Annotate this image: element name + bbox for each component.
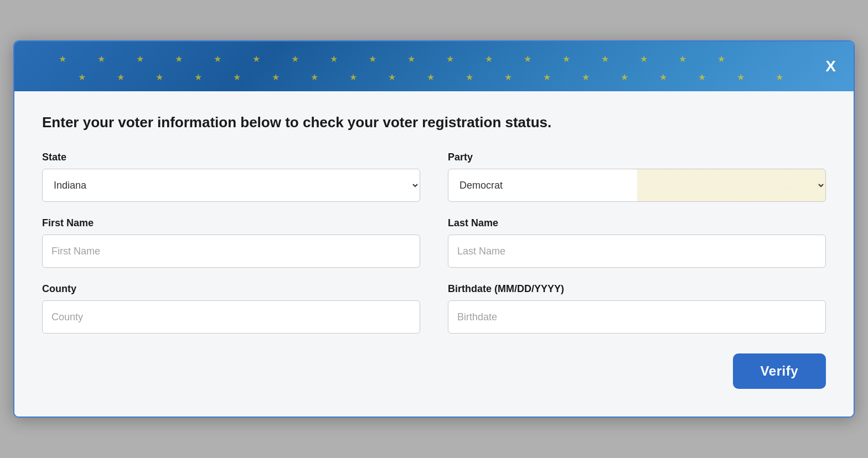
star-icon: ★ [311, 72, 318, 82]
star-icon: ★ [349, 72, 357, 82]
star-icon: ★ [679, 54, 686, 64]
star-icon: ★ [156, 72, 163, 82]
star-icon: ★ [233, 72, 241, 82]
star-icon: ★ [466, 72, 473, 82]
star-icon: ★ [252, 54, 260, 64]
party-label: Party [448, 152, 826, 163]
form-footer: Verify [42, 353, 826, 389]
first-name-group: First Name [42, 217, 420, 268]
first-name-input[interactable] [42, 235, 420, 268]
birthdate-input[interactable] [448, 300, 826, 334]
modal-body: Enter your voter information below to ch… [14, 91, 854, 417]
star-icon: ★ [427, 72, 435, 82]
party-group: Party Democrat Republican Independent Gr… [448, 152, 826, 202]
star-icon: ★ [621, 72, 628, 82]
form-grid: State Indiana Alabama Alaska Arizona Cal… [42, 152, 826, 334]
star-icon: ★ [698, 72, 706, 82]
last-name-label: Last Name [448, 217, 826, 229]
last-name-input[interactable] [448, 235, 826, 268]
star-icon: ★ [97, 54, 105, 64]
birthdate-group: Birthdate (MM/DD/YYYY) [448, 283, 826, 334]
star-icon: ★ [117, 72, 125, 82]
star-icon: ★ [485, 54, 493, 64]
star-icon: ★ [659, 72, 667, 82]
state-select[interactable]: Indiana Alabama Alaska Arizona Californi… [42, 169, 420, 202]
star-icon: ★ [272, 72, 280, 82]
star-icon: ★ [175, 54, 183, 64]
star-icon: ★ [562, 54, 570, 64]
star-icon: ★ [737, 72, 745, 82]
county-input[interactable] [42, 300, 420, 334]
birthdate-label: Birthdate (MM/DD/YYYY) [448, 283, 826, 295]
star-icon: ★ [717, 54, 725, 64]
star-icon: ★ [407, 54, 415, 64]
close-button[interactable]: X [821, 56, 840, 76]
star-icon: ★ [214, 54, 221, 64]
star-icon: ★ [388, 72, 396, 82]
county-group: County [42, 283, 420, 334]
modal-header: ★ ★ ★ ★ ★ ★ ★ ★ ★ ★ ★ ★ ★ ★ ★ ★ ★ ★ ★ ★ [14, 41, 854, 91]
county-label: County [42, 283, 420, 295]
star-icon: ★ [524, 54, 531, 64]
verify-button[interactable]: Verify [733, 353, 826, 389]
star-icon: ★ [601, 54, 609, 64]
star-icon: ★ [136, 54, 144, 64]
star-icon: ★ [330, 54, 338, 64]
star-icon: ★ [640, 54, 648, 64]
star-icon: ★ [776, 72, 783, 82]
page-background: ★ ★ ★ ★ ★ ★ ★ ★ ★ ★ ★ ★ ★ ★ ★ ★ ★ ★ ★ ★ [0, 0, 868, 458]
header-decoration: ★ ★ ★ ★ ★ ★ ★ ★ ★ ★ ★ ★ ★ ★ ★ ★ ★ ★ ★ ★ [14, 41, 854, 91]
star-icon: ★ [291, 54, 299, 64]
state-group: State Indiana Alabama Alaska Arizona Cal… [42, 152, 420, 202]
state-label: State [42, 152, 420, 163]
last-name-group: Last Name [448, 217, 826, 268]
star-icon: ★ [369, 54, 376, 64]
first-name-label: First Name [42, 217, 420, 229]
star-icon: ★ [543, 72, 551, 82]
star-icon: ★ [504, 72, 512, 82]
star-icon: ★ [582, 72, 590, 82]
modal-container: ★ ★ ★ ★ ★ ★ ★ ★ ★ ★ ★ ★ ★ ★ ★ ★ ★ ★ ★ ★ [13, 40, 855, 418]
star-icon: ★ [59, 54, 66, 64]
star-icon: ★ [194, 72, 202, 82]
star-icon: ★ [78, 72, 86, 82]
star-icon: ★ [446, 54, 454, 64]
party-select[interactable]: Democrat Republican Independent Green Li… [448, 169, 826, 202]
form-title: Enter your voter information below to ch… [42, 113, 826, 132]
